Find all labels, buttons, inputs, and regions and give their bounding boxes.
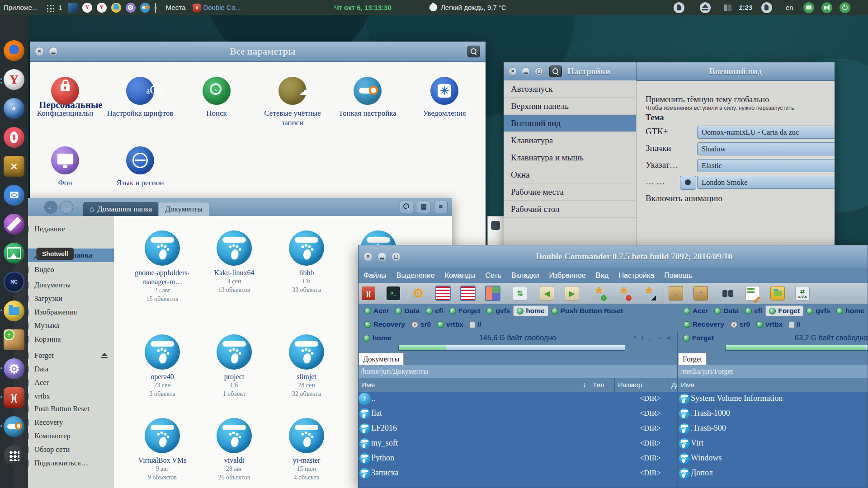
keyboard-layout[interactable]: en (786, 4, 793, 11)
tab-documents[interactable]: Документы (158, 202, 209, 216)
yandex-task-icon[interactable]: Y (97, 3, 107, 13)
sidebar-item-vrtbx[interactable]: vrtbx (14, 389, 114, 403)
drive-efi[interactable]: efi (423, 306, 446, 316)
dc-titlebar[interactable]: ✕ ▂ ▢ Double Commander 0.7.5 beta build … (359, 245, 868, 268)
sidebar-item-pbr[interactable]: Push Button Reset (14, 402, 114, 416)
file-row[interactable]: Записка<DIR> (359, 466, 677, 481)
file-row[interactable]: Virt (678, 436, 868, 451)
menu-mark[interactable]: Выделение (392, 272, 440, 280)
sidebar-item-videos[interactable]: Видео (14, 263, 114, 277)
drive-pbr[interactable]: Push Button Reset (548, 306, 627, 316)
drive-vrtbx[interactable]: vrtbx (753, 319, 786, 329)
drive-recovery[interactable]: Recovery (680, 319, 727, 329)
sidebar-item-documents[interactable]: Документы (14, 278, 114, 292)
sidebar-item-trash[interactable]: Корзина (14, 333, 114, 346)
forward-icon[interactable]: → (60, 201, 73, 214)
sidebar-item-desktop[interactable]: Рабочий стол (504, 201, 636, 218)
terminal-icon[interactable]: >_ (386, 286, 401, 301)
settings-gear-icon[interactable]: ⚙ (4, 358, 24, 379)
favorites-edit-icon[interactable]: * (641, 286, 656, 301)
shell-theme-combo[interactable]: London Smoke (697, 176, 835, 189)
applications-menu[interactable]: Приложе... (4, 0, 38, 15)
sidebar-item-downloads[interactable]: Загрузки (14, 292, 114, 305)
cursor-theme-combo[interactable]: Elastic (697, 159, 835, 172)
drive-home-selected[interactable]: home (513, 305, 548, 316)
options-icon[interactable]: ⚙ (410, 286, 426, 301)
sidebar-item-pictures[interactable]: Изображения (14, 305, 114, 319)
folder-item[interactable]: vivaldi28 авг26 объектов (198, 418, 270, 482)
minimize-icon[interactable]: ▂ (522, 67, 530, 75)
device-icon[interactable] (761, 2, 772, 13)
folder-item[interactable]: yt-master15 июн4 объекта (270, 418, 343, 482)
menu-commands[interactable]: Команды (440, 272, 481, 280)
shotwell-icon[interactable] (4, 243, 24, 263)
back-icon[interactable]: ← (44, 201, 57, 214)
drive-vrtbx[interactable]: vrtbx (434, 319, 467, 329)
file-row[interactable]: Python<DIR> (359, 451, 677, 466)
file-row[interactable]: System Volume Information (678, 392, 868, 407)
close-icon[interactable]: ✕ (35, 47, 44, 56)
files-app-icon[interactable] (4, 300, 24, 321)
gtk-theme-combo[interactable]: Oomox-numixLU - Carta da zuc (697, 126, 835, 139)
folder-item[interactable]: opera4023 сен3 объекта (126, 334, 198, 399)
sidebar-item-connect[interactable]: Подключиться… (14, 456, 114, 470)
favorites-remove-icon[interactable]: *− (616, 286, 632, 301)
midnight-commander-icon[interactable]: MC (4, 272, 24, 292)
settings-item-fonts[interactable]: aCb Настройка шрифтов (102, 77, 179, 118)
folder-item[interactable]: projectСб1 объект (198, 334, 270, 399)
sidebar-item-acer[interactable]: Acer (14, 376, 114, 389)
settings-item-notifications[interactable]: ✳ Уведомления (406, 77, 483, 118)
sidebar-item-keyboard-mouse[interactable]: Клавиатура и мышь (504, 149, 636, 166)
column-headers[interactable]: Имя ↓ Тип Размер Да (359, 378, 677, 393)
menu-favorites[interactable]: Избранное (544, 272, 590, 280)
multi-rename-icon[interactable] (745, 286, 760, 301)
grid-view-button[interactable]: ▦ (417, 201, 430, 213)
settings-item-privacy[interactable]: Конфиденциальн (27, 77, 104, 118)
folder-item[interactable]: Kaku-linux644 сен13 объектов (198, 230, 270, 295)
settings-item-region[interactable]: Язык и регион (102, 146, 179, 188)
drive-efi[interactable]: efi (742, 306, 765, 316)
tweak-tool-icon[interactable] (4, 416, 24, 437)
tweaks-titlebar[interactable]: ✕ ▂ ▢ Настройки Внешний вид (504, 62, 835, 81)
menu-files[interactable]: Файлы (359, 272, 392, 280)
view-thumb-icon[interactable] (485, 286, 500, 301)
media-app-icon[interactable] (4, 214, 24, 235)
close-icon[interactable]: ✕ (363, 252, 373, 261)
search-button[interactable] (467, 46, 480, 57)
sidebar-item-data[interactable]: Data (14, 362, 114, 376)
file-row[interactable]: Windows (678, 451, 868, 466)
menu-configuration[interactable]: Настройка (613, 272, 659, 280)
file-list[interactable]: System Volume Information .Trash-1000 .T… (678, 392, 868, 488)
sidebar-item-autostart[interactable]: Автозапуск (504, 80, 636, 98)
file-row[interactable]: .Trash-500 (678, 422, 868, 436)
sidebar-item-top-panel[interactable]: Верхняя панель (504, 98, 636, 115)
file-row[interactable]: ↑..<DIR> (359, 392, 677, 407)
dc-logo-icon[interactable]: )( (361, 286, 376, 301)
web-browser-icon[interactable]: ✈ (4, 98, 24, 119)
file-row[interactable]: flat<DIR> (359, 407, 677, 422)
tab-home[interactable]: ⌂ Домашняя папка (83, 202, 158, 216)
terminal-task-icon[interactable] (68, 3, 78, 13)
drive-forget[interactable]: Forget (446, 306, 483, 316)
active-task-frame[interactable]: )( (154, 6, 157, 9)
file-row[interactable]: Допол (678, 466, 868, 481)
settings-item-online-accounts[interactable]: ☁ Сетевые учётные записи (254, 77, 331, 128)
file-list[interactable]: ↑..<DIR> flat<DIR> LF2016<DIR> my_soft<D… (359, 392, 677, 488)
show-apps-icon[interactable] (4, 445, 24, 466)
opera-icon[interactable] (4, 127, 24, 148)
sidebar-item-forget[interactable]: Forget (14, 349, 114, 362)
folder-item[interactable]: libhbСб33 объекта (270, 230, 343, 295)
path-bar[interactable]: /home/juri/Документы (359, 365, 677, 378)
sidebar-item-recovery[interactable]: Recovery (14, 416, 114, 429)
history-back-icon[interactable]: ◀ (539, 286, 555, 301)
drive-home[interactable]: home (833, 306, 867, 316)
search-files-icon[interactable] (720, 286, 736, 301)
menu-button[interactable]: ≡ (434, 201, 448, 213)
tweak-task-icon[interactable] (140, 3, 150, 13)
workspace-grid-icon[interactable] (46, 4, 54, 12)
files-task-icon[interactable] (111, 3, 121, 13)
firefox-icon[interactable] (4, 40, 24, 61)
sidebar-item-appearance[interactable]: Внешний вид (504, 115, 636, 132)
settings-task-icon[interactable]: ⚙ (126, 3, 136, 13)
drive-forget-selected[interactable]: Forget (765, 305, 803, 316)
